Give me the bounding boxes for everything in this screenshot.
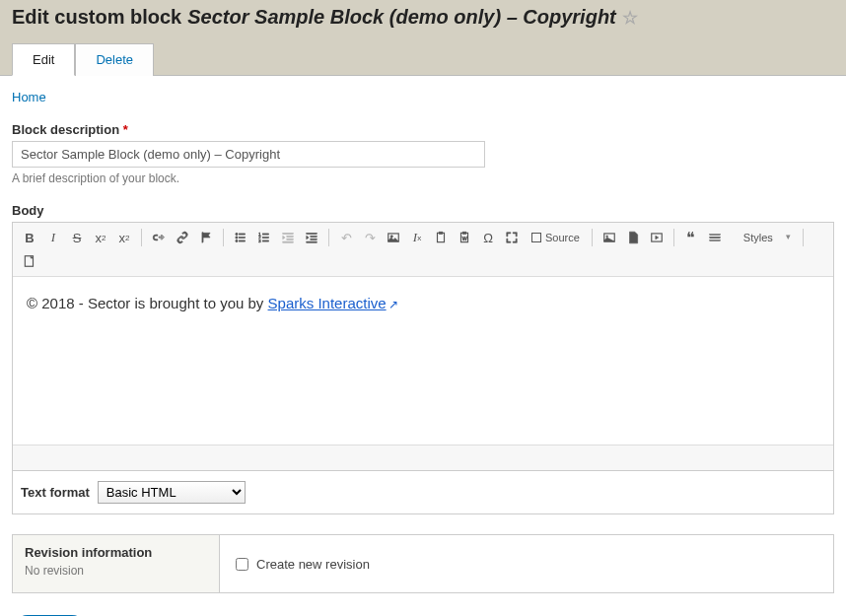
svg-rect-14 xyxy=(287,239,293,240)
anchor-flag-icon[interactable] xyxy=(195,227,217,248)
revision-tab-title: Revision information xyxy=(25,545,207,560)
revision-tab-summary: No revision xyxy=(25,564,207,578)
show-blocks-icon[interactable] xyxy=(19,250,40,272)
external-link-icon: ↗ xyxy=(388,298,398,311)
toolbar-separator xyxy=(328,229,329,246)
svg-point-29 xyxy=(606,236,608,238)
block-description-input[interactable] xyxy=(12,141,485,168)
toolbar-separator xyxy=(673,229,674,246)
bold-icon[interactable]: B xyxy=(19,227,40,248)
video-icon[interactable] xyxy=(646,227,668,248)
svg-rect-32 xyxy=(710,237,721,238)
special-char-icon[interactable]: Ω xyxy=(477,227,499,248)
unlink-icon[interactable] xyxy=(148,227,170,248)
subscript-icon[interactable]: x2 xyxy=(113,227,135,248)
image-icon[interactable] xyxy=(599,227,620,248)
indent-icon[interactable] xyxy=(301,227,322,248)
vertical-tabs: Revision information No revision Create … xyxy=(12,534,834,593)
maximize-icon[interactable] xyxy=(501,227,523,248)
editor-content-area[interactable]: © 2018 - Sector is brought to you by Spa… xyxy=(13,277,833,445)
bullet-list-icon[interactable] xyxy=(230,227,251,248)
svg-point-1 xyxy=(236,237,238,239)
body-label: Body xyxy=(12,203,834,218)
editor-link[interactable]: Sparks Interactive xyxy=(268,295,387,311)
primary-tabs: Edit Delete xyxy=(12,42,834,75)
svg-rect-4 xyxy=(239,237,245,238)
page-title-prefix: Edit custom block xyxy=(12,6,181,29)
editor-toolbar: B I S x2 x2 123 ↶ ↷ Ix W xyxy=(13,223,833,277)
svg-rect-11 xyxy=(262,240,268,241)
outdent-icon[interactable] xyxy=(277,227,299,248)
editor-text: © 2018 - Sector is brought to you by xyxy=(27,295,268,311)
page-title-name: Sector Sample Block (demo only) – Copyri… xyxy=(187,6,616,29)
svg-point-0 xyxy=(236,233,238,235)
svg-rect-13 xyxy=(287,236,293,237)
strikethrough-icon[interactable]: S xyxy=(66,227,88,248)
paste-word-icon[interactable]: W xyxy=(454,227,475,248)
svg-rect-25 xyxy=(462,232,466,234)
source-button[interactable]: Source xyxy=(525,227,586,248)
svg-rect-10 xyxy=(262,237,268,238)
required-marker: * xyxy=(123,122,128,137)
horizontal-rule-icon[interactable] xyxy=(704,227,726,248)
svg-rect-16 xyxy=(307,233,317,234)
link-icon[interactable] xyxy=(172,227,193,248)
svg-rect-17 xyxy=(311,236,317,237)
svg-point-21 xyxy=(390,236,392,238)
undo-icon[interactable]: ↶ xyxy=(335,227,357,248)
toolbar-separator xyxy=(592,229,593,246)
blockquote-icon[interactable]: ❝ xyxy=(680,227,702,248)
svg-text:3: 3 xyxy=(258,239,261,243)
svg-rect-23 xyxy=(439,232,443,234)
editor-footer-bar xyxy=(13,445,833,470)
insert-media-icon[interactable] xyxy=(383,227,404,248)
toolbar-separator xyxy=(141,229,142,246)
toolbar-separator xyxy=(223,229,224,246)
text-format-select[interactable]: Basic HTML xyxy=(98,481,246,504)
breadcrumb-home[interactable]: Home xyxy=(12,90,46,104)
svg-rect-18 xyxy=(311,239,317,240)
text-format-row: Text format Basic HTML xyxy=(12,471,834,514)
svg-rect-15 xyxy=(283,241,294,242)
revision-pane: Create new revision xyxy=(220,535,833,592)
superscript-icon[interactable]: x2 xyxy=(90,227,111,248)
redo-icon[interactable]: ↷ xyxy=(359,227,381,248)
page-title: Edit custom block Sector Sample Block (d… xyxy=(12,6,834,29)
paste-icon[interactable] xyxy=(430,227,452,248)
create-revision-label[interactable]: Create new revision xyxy=(256,557,370,572)
svg-point-2 xyxy=(236,240,238,241)
numbered-list-icon[interactable]: 123 xyxy=(253,227,275,248)
tab-delete[interactable]: Delete xyxy=(75,43,154,76)
svg-rect-5 xyxy=(239,240,245,241)
text-format-label: Text format xyxy=(21,485,90,500)
file-icon[interactable] xyxy=(622,227,644,248)
svg-text:W: W xyxy=(462,236,467,241)
svg-rect-31 xyxy=(710,235,721,236)
svg-rect-12 xyxy=(283,233,294,234)
svg-rect-19 xyxy=(307,241,317,242)
remove-format-icon[interactable]: Ix xyxy=(406,227,428,248)
block-description-help: A brief description of your block. xyxy=(12,171,834,185)
italic-icon[interactable]: I xyxy=(42,227,64,248)
block-description-label: Block description * xyxy=(12,122,834,137)
svg-rect-27 xyxy=(532,234,541,242)
tab-edit[interactable]: Edit xyxy=(12,43,75,76)
svg-rect-33 xyxy=(710,240,721,240)
svg-rect-9 xyxy=(262,234,268,235)
breadcrumb: Home xyxy=(12,90,834,104)
create-revision-checkbox[interactable] xyxy=(236,558,248,571)
rich-text-editor: B I S x2 x2 123 ↶ ↷ Ix W xyxy=(12,222,834,471)
svg-rect-3 xyxy=(239,234,245,235)
styles-dropdown[interactable]: Styles xyxy=(738,230,797,245)
star-icon[interactable]: ☆ xyxy=(622,7,638,29)
vtab-revision[interactable]: Revision information No revision xyxy=(13,535,220,592)
toolbar-separator xyxy=(803,229,804,246)
